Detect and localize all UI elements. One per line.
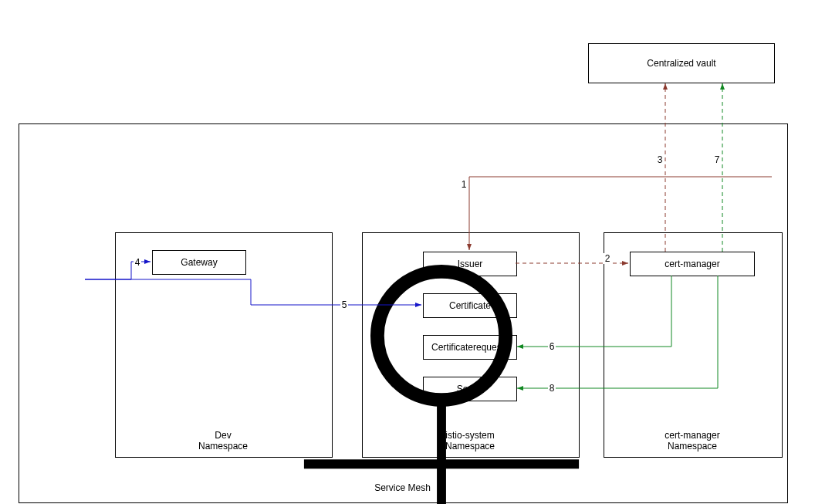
issuer-label: Issuer xyxy=(458,259,483,269)
vault-box: Centralized vault xyxy=(588,43,775,83)
edge-label-5: 5 xyxy=(340,299,348,310)
certificaterequests-box: Certificaterequests xyxy=(423,335,517,360)
edge-label-7: 7 xyxy=(713,154,721,165)
mesh-admin-actor: Mesh Admin xyxy=(764,147,815,504)
issuer-box: Issuer xyxy=(423,252,517,276)
istio-namespace-label-1: istio-system xyxy=(362,430,578,441)
dev-namespace-label-1: Dev xyxy=(115,430,331,441)
service-mesh-label: Service Mesh xyxy=(19,482,786,493)
certificate-label: Certificate xyxy=(449,300,491,311)
secret-box: Secret xyxy=(423,377,517,401)
certificate-box: Certificate xyxy=(423,293,517,318)
edge-label-3: 3 xyxy=(656,154,664,165)
certificaterequests-label: Certificaterequests xyxy=(431,342,509,353)
app-developer-actor: App Developer xyxy=(34,262,96,504)
edge-label-2: 2 xyxy=(604,253,611,264)
gateway-label: Gateway xyxy=(181,257,217,268)
certmanager-namespace-label-2: Namespace xyxy=(604,441,781,452)
secret-label: Secret xyxy=(457,384,484,394)
certmanager-label: cert-manager xyxy=(665,259,719,269)
certmanager-namespace-label-1: cert-manager xyxy=(604,430,781,441)
edge-label-1: 1 xyxy=(460,179,468,190)
edge-label-6: 6 xyxy=(548,341,556,352)
vault-label: Centralized vault xyxy=(647,58,715,69)
dev-namespace-label-2: Namespace xyxy=(115,441,331,452)
edge-label-4: 4 xyxy=(134,257,141,268)
certmanager-box: cert-manager xyxy=(630,252,755,276)
gateway-box: Gateway xyxy=(152,250,246,275)
istio-namespace-label-2: Namespace xyxy=(362,441,578,452)
edge-label-8: 8 xyxy=(548,383,556,394)
